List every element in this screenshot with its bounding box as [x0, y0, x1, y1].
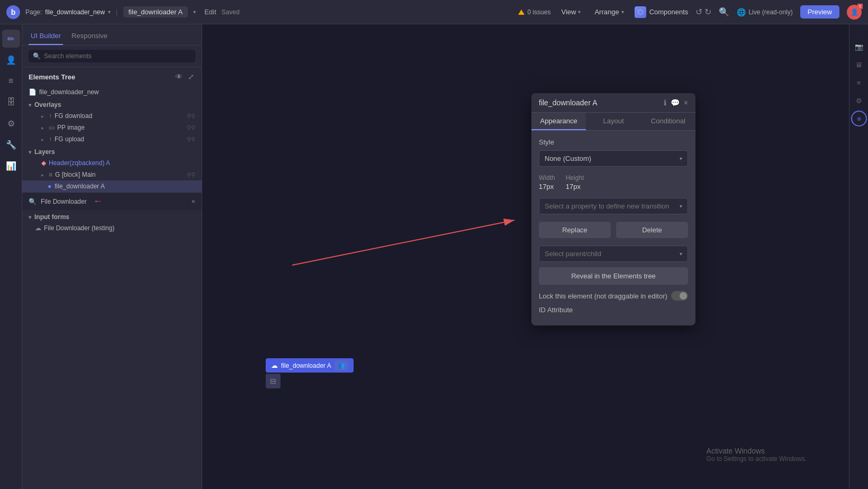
lock-toggle[interactable]	[671, 291, 688, 301]
popup-chat-icon[interactable]: 💬	[671, 98, 680, 107]
sidebar-icon-tools[interactable]: 🔧	[2, 135, 20, 153]
red-dot-indicator: ←	[93, 196, 103, 207]
input-forms-section[interactable]: ▾ Input forms	[22, 210, 202, 222]
search-input[interactable]	[44, 52, 191, 60]
fg-upload-chevron-icon: ▸	[41, 137, 47, 142]
pp-image-pin-icon: ⚲⚲	[187, 124, 195, 131]
search-results-bar: 🔍 File Downloader ← ×	[22, 192, 202, 210]
tree-file-node[interactable]: 📄 file_downloader_new	[22, 86, 202, 98]
undo-button[interactable]: ↺	[695, 7, 702, 17]
style-label: Style	[539, 138, 688, 146]
sidebar-icon-users[interactable]: 👤	[2, 51, 20, 69]
issues-count: 0 issues	[527, 8, 550, 16]
tab-ui-builder[interactable]: UI Builder	[29, 29, 63, 45]
layers-chevron-icon: ▾	[29, 149, 31, 155]
tree-fg-download[interactable]: ▸ ↑ FG download ⚲⚲	[22, 110, 202, 122]
canvas-element-name: file_downloader A	[281, 362, 331, 369]
far-right-layers-icon[interactable]: ≡	[851, 75, 867, 90]
tree-actions: 👁 ⤢	[174, 71, 195, 82]
sidebar-icon-data[interactable]: 🗄	[2, 93, 20, 111]
expand-button[interactable]: ⤢	[187, 71, 195, 82]
redo-button[interactable]: ↻	[704, 7, 711, 17]
input-forms-label: Input forms	[34, 213, 69, 221]
tree-fg-upload[interactable]: ▸ ↑ FG upload ⚲⚲	[22, 133, 202, 145]
popup-close-icon[interactable]: ×	[684, 98, 688, 107]
fg-upload-icon: ↑	[49, 135, 52, 143]
svg-line-1	[292, 220, 514, 265]
replace-button[interactable]: Replace	[539, 222, 611, 238]
height-label: Height	[566, 174, 584, 182]
page-chevron-icon[interactable]: ▾	[108, 9, 111, 15]
view-button[interactable]: View ▾	[558, 6, 584, 17]
lock-row: Lock this element (not draggable in edit…	[539, 291, 688, 301]
sidebar-icon-settings[interactable]: ⚙	[2, 114, 20, 132]
transition-placeholder: Select a property to define new transiti…	[545, 202, 670, 210]
transition-arrow-icon: ▾	[680, 203, 682, 209]
page-name[interactable]: file_downloader_new	[45, 8, 105, 16]
popup-title: file_downloader A	[539, 98, 664, 107]
file-icon: 📄	[29, 88, 37, 96]
left-panel: UI Builder Responsive 🔍 Elements Tree 👁 …	[22, 24, 202, 489]
fg-download-chevron-icon: ▸	[41, 113, 47, 119]
tree-content: 📄 file_downloader_new ▾ Overlays ▸ ↑ FG …	[22, 86, 202, 489]
preview-button[interactable]: Preview	[800, 5, 839, 19]
delete-button[interactable]: Delete	[616, 222, 688, 238]
height-value[interactable]: 17px	[566, 183, 584, 191]
diamond-icon: ◆	[41, 159, 46, 167]
arrange-button[interactable]: Arrange ▾	[591, 6, 627, 17]
overlays-label: Overlays	[34, 101, 61, 108]
live-badge[interactable]: 🌐 Live (read-only)	[737, 8, 792, 16]
element-name[interactable]: file_downloader A	[123, 6, 188, 17]
globe-icon: 🌐	[737, 8, 746, 16]
page-info: Page: file_downloader_new ▾	[25, 8, 111, 16]
overlays-section[interactable]: ▾ Overlays	[22, 98, 202, 110]
file-name: file_downloader_new	[39, 88, 99, 96]
tree-file-downloader-a[interactable]: ● file_downloader A	[22, 180, 202, 192]
tree-header[interactable]: ◆ Header(zqbackend) A	[22, 157, 202, 169]
components-button[interactable]: ⬡ Components	[635, 6, 689, 18]
width-item: Width 17px	[539, 174, 555, 191]
far-right-gear-icon[interactable]: ⚙	[851, 93, 867, 108]
reveal-button[interactable]: Reveal in the Elements tree	[539, 267, 688, 285]
sidebar-icon-chart[interactable]: 📊	[2, 157, 20, 175]
element-chevron-icon[interactable]: ▾	[193, 9, 196, 15]
g-block-pin-icon: ⚲⚲	[187, 171, 195, 178]
width-value[interactable]: 17px	[539, 183, 555, 191]
input-forms-chevron-icon: ▾	[29, 214, 31, 220]
eye-button[interactable]: 👁	[174, 71, 184, 82]
issues-indicator[interactable]: 0 issues	[518, 8, 550, 16]
separator: |	[116, 8, 117, 16]
style-dropdown[interactable]: None (Custom) ▾	[539, 150, 688, 167]
popup-info-icon[interactable]: ℹ	[664, 98, 666, 107]
search-input-wrap: 🔍	[29, 50, 195, 62]
far-right-monitor-icon[interactable]: 🖥	[851, 57, 867, 73]
g-block-chevron-icon: ▸	[41, 172, 47, 178]
tab-responsive[interactable]: Responsive	[69, 29, 110, 45]
canvas-element-users-icon: 👥	[334, 360, 348, 370]
saved-status: Saved	[222, 8, 240, 16]
topbar: b Page: file_downloader_new ▾ | file_dow…	[0, 0, 868, 24]
red-arrow	[202, 24, 849, 489]
page-label: Page:	[25, 8, 42, 16]
far-right-special-icon[interactable]: ⊕	[851, 111, 867, 126]
elements-tree-title: Elements Tree	[29, 73, 75, 81]
g-block-label: G [block] Main	[55, 171, 96, 178]
parent-child-dropdown[interactable]: Select parent/child ▾	[539, 246, 688, 262]
fg-download-pin-icon: ⚲⚲	[187, 113, 195, 120]
tab-layout[interactable]: Layout	[586, 113, 640, 130]
transition-dropdown[interactable]: Select a property to define new transiti…	[539, 198, 688, 214]
tree-pp-image[interactable]: ▸ ▭ PP image ⚲⚲	[22, 122, 202, 133]
logo[interactable]: b	[6, 5, 20, 19]
search-close-button[interactable]: ×	[191, 197, 195, 205]
tab-conditional[interactable]: Conditional	[641, 113, 695, 130]
far-right-camera-icon[interactable]: 📷	[851, 39, 867, 55]
search-button[interactable]: 🔍	[719, 7, 729, 17]
layers-section[interactable]: ▾ Layers	[22, 145, 202, 157]
tab-appearance[interactable]: Appearance	[531, 113, 586, 130]
sidebar-icon-ui-builder[interactable]: ✏	[2, 30, 20, 48]
sidebar-icon-layers[interactable]: ≡	[2, 72, 20, 90]
pp-image-label: PP image	[57, 124, 85, 131]
tree-g-block[interactable]: ▸ ≡ G [block] Main ⚲⚲	[22, 169, 202, 180]
components-cube-icon: ⬡	[635, 6, 646, 18]
tree-file-downloader-testing[interactable]: ☁ File Downloader (testing)	[22, 222, 202, 234]
